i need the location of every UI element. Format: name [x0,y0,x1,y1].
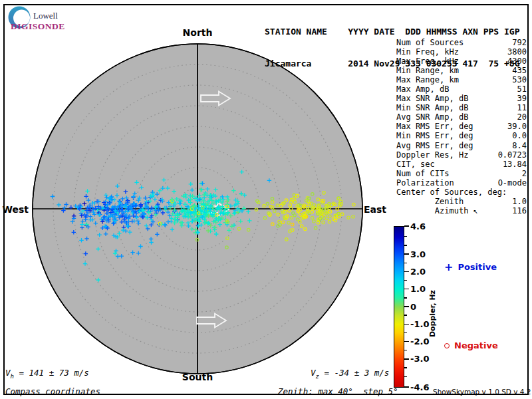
colorbar-tick [404,350,407,350]
stats-panel: Num of Sources792Min Freq, kHz3800Max Fr… [396,38,527,215]
colorbar-tick [404,324,409,325]
logo-lowell-text: Lowell [33,11,58,21]
stat-label: Num of Sources [396,38,464,47]
stat-label: Zenith [396,197,464,206]
stat-label: Doppler Res, Hz [396,150,468,160]
stat-row: Min Range, km435 [396,66,527,75]
stat-label: Max RMS Err, deg [396,122,473,131]
colorbar-tick [404,225,409,226]
stat-value: 530 [512,75,527,84]
colorbar-tick [404,315,407,315]
colorbar-tick-label: 0 [410,302,416,312]
stat-row: Max RMS Err, deg39.0 [396,122,527,131]
stat-label: Avg RMS Err, deg [396,141,473,150]
colorbar-tick [404,376,407,377]
colorbar-tick [404,236,407,237]
colorbar-tick-label: 4.6 [410,221,426,231]
stat-label: Polarization [396,178,454,188]
compass-label-east: East [364,204,386,215]
stat-label: Min SNR Amp, dB [396,103,468,112]
colorbar-tick [404,263,407,263]
stat-row: Avg SNR Amp, dB20 [396,112,527,122]
stat-value: 435 [512,66,527,75]
colorbar-title: Doppler, Hz [428,290,437,337]
colorbar-tick [404,289,409,289]
logo-digisonde-text: DIGISONDE [11,21,65,31]
stat-row: Max Range, km530 [396,75,527,84]
stat-value: 13.84 [503,160,527,169]
stat-row: Min Freq, kHz3800 [396,47,527,57]
colorbar-tick [404,271,409,272]
colorbar-tick [404,245,407,245]
colorbar-tick [404,253,409,254]
stat-value: 8.4 [512,141,527,150]
vh-value: = 141 ± 73 m/s [14,368,89,378]
stat-value: 51 [517,84,527,94]
stat-row: Num of CITs2 [396,169,527,178]
legend-positive: + Positive [444,262,497,272]
coordinates-note: Compass coordinates [5,386,100,396]
stat-label: CIT, sec [396,160,435,169]
compass-label-north: North [164,27,231,38]
showskymap-window: { "window": {"bg": "#ffffff", "border_co… [0,0,532,399]
stat-label: Max Range, km [396,75,459,84]
stat-row: Max SNR Amp, dB39 [396,94,527,103]
stat-value: 2 [522,169,527,178]
stat-row: Zenith1.0 [396,197,527,206]
legend-positive-label: Positive [458,262,497,272]
vh-readout: Vh = 141 ± 73 m/s [5,368,89,380]
compass-label-south: South [164,372,231,382]
stat-row: CIT, sec13.84 [396,160,527,169]
stat-label: Center of Sources, deg: [396,188,507,197]
colorbar-tick [404,332,407,333]
stat-row: Min SNR Amp, dB11 [396,103,527,112]
stat-value: 20 [517,112,527,122]
legend-negative: Negative [444,340,498,350]
stat-row: Doppler Res, Hz0.0723 [396,150,527,160]
colorbar-tick-label: -2.0 [410,336,429,346]
zenith-scale-note: Zenith: max 40° step 5° [278,386,398,396]
stat-row: Azimuth ↖116 [396,206,527,215]
header-column-titles: STATION NAME YYYY DATE DDD HHMMSS AXN PP… [265,27,520,37]
colorbar-tick-label: 3.0 [410,249,426,259]
stat-value: 4300 [507,57,527,66]
stat-row: Num of Sources792 [396,38,527,47]
stat-label: Min Freq, kHz [396,47,459,57]
colorbar-tick-label: -1.0 [410,319,429,329]
colorbar-tick [404,341,409,342]
colorbar-tick [404,280,407,281]
stat-value: 0.0 [512,131,527,140]
stat-label: Max Amp, dB [396,84,449,94]
colorbar-tick [404,386,409,387]
colorbar-tick [404,297,407,298]
stat-value: 3800 [507,47,527,57]
stat-value: 39.0 [507,122,527,131]
stat-row: Min RMS Err, deg0.0 [396,131,527,140]
vz-symbol: V [311,368,316,378]
vz-value: = -34 ± 3 m/s [319,368,389,378]
circle-marker-icon [444,343,450,348]
stat-row: Avg RMS Err, deg8.4 [396,141,527,150]
stat-label: Azimuth ↖ [396,206,478,215]
colorbar-tick-label: -3.0 [410,354,429,364]
stat-row: Max Amp, dB51 [396,84,527,94]
colorbar-tick [404,367,407,368]
stat-value: O-mode [498,178,527,188]
compass-label-west: West [0,204,29,215]
colorbar-tick-label: -4.6 [410,382,429,392]
stat-label: Max Freq, kHz [396,57,459,66]
stat-label: Max SNR Amp, dB [396,94,468,103]
stat-row: PolarizationO-mode [396,178,527,188]
legend-negative-label: Negative [454,340,498,350]
stat-value: 116 [512,206,527,215]
colorbar-tick [404,306,409,307]
plus-marker-icon: + [444,263,453,272]
colorbar-tick-label: 1.0 [410,284,426,294]
stat-label: Num of CITs [396,169,449,178]
vh-symbol: V [5,368,11,378]
app-version-credit: ShowSkymap v 1.0 SD v 4.2 [433,388,531,396]
vz-readout: Vz = -34 ± 3 m/s [311,368,389,380]
lowell-digisonde-logo: Lowell DIGISONDE [7,5,86,33]
stat-value: 1.0 [512,197,527,206]
stat-value: 11 [517,103,527,112]
